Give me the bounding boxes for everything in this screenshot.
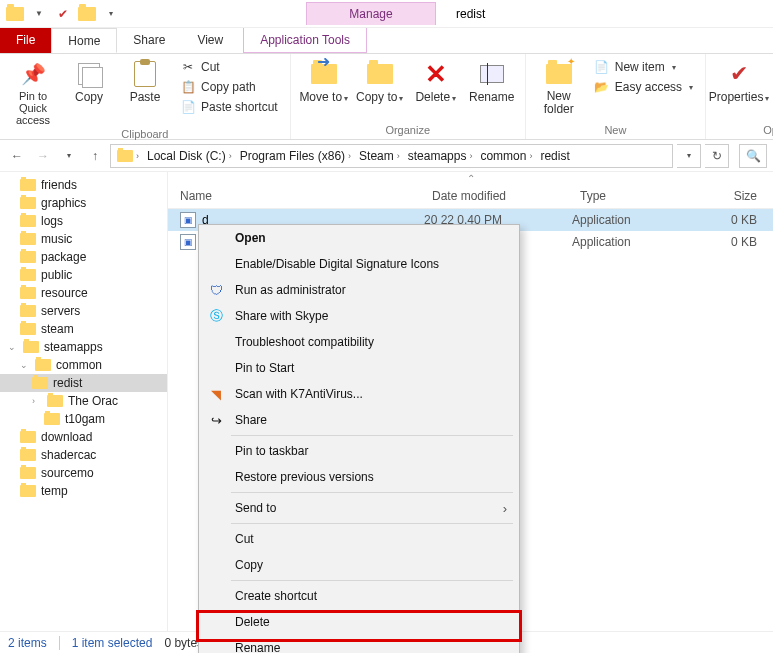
- exe-icon: ▣: [180, 234, 196, 250]
- tree-item[interactable]: resource: [0, 284, 167, 302]
- new-item-button[interactable]: 📄New item▾: [590, 58, 697, 76]
- tree-item[interactable]: download: [0, 428, 167, 446]
- crumb-3[interactable]: steamapps›: [404, 149, 477, 163]
- ctx-cut[interactable]: Cut: [199, 526, 519, 552]
- ctx-rename[interactable]: Rename: [199, 635, 519, 653]
- crumb-4[interactable]: common›: [476, 149, 536, 163]
- rename-button[interactable]: Rename: [467, 56, 517, 104]
- tree-item-selected[interactable]: redist: [0, 374, 167, 392]
- qat-properties-icon[interactable]: ✔: [52, 3, 74, 25]
- tree-item[interactable]: music: [0, 230, 167, 248]
- ctx-copy[interactable]: Copy: [199, 552, 519, 578]
- move-to-button[interactable]: ➜Move to▾: [299, 56, 349, 104]
- ctx-send-to[interactable]: Send to›: [199, 495, 519, 521]
- ctx-delete[interactable]: Delete: [199, 609, 519, 635]
- tree-item[interactable]: ⌄common: [0, 356, 167, 374]
- tree-item[interactable]: temp: [0, 482, 167, 500]
- tree-item[interactable]: ⌄steamapps: [0, 338, 167, 356]
- group-label-new: New: [534, 122, 697, 139]
- qat-folder-icon[interactable]: [4, 3, 26, 25]
- col-type[interactable]: Type: [572, 184, 700, 208]
- column-headers[interactable]: Name Date modified Type Size: [168, 184, 773, 209]
- refresh-button[interactable]: ↻: [705, 144, 729, 168]
- tree-item[interactable]: logs: [0, 212, 167, 230]
- qat-folder2-icon[interactable]: [76, 3, 98, 25]
- search-box[interactable]: 🔍: [739, 144, 767, 168]
- tree-item[interactable]: sourcemo: [0, 464, 167, 482]
- address-dropdown[interactable]: ▾: [677, 144, 701, 168]
- pin-icon: 📌: [21, 62, 46, 86]
- col-name[interactable]: Name: [168, 184, 424, 208]
- tree-item[interactable]: t10gam: [0, 410, 167, 428]
- col-size[interactable]: Size: [700, 184, 773, 208]
- pin-to-quick-access-button[interactable]: 📌 Pin to Quick access: [8, 56, 58, 126]
- copy-path-icon: 📋: [180, 79, 196, 95]
- ctx-pin-taskbar[interactable]: Pin to taskbar: [199, 438, 519, 464]
- col-date[interactable]: Date modified: [424, 184, 572, 208]
- ctx-open[interactable]: Open: [199, 225, 519, 251]
- copy-icon: [78, 63, 100, 85]
- ctx-run-as-admin[interactable]: 🛡Run as administrator: [199, 277, 519, 303]
- copy-to-button[interactable]: Copy to▾: [355, 56, 405, 104]
- tree-item[interactable]: steam: [0, 320, 167, 338]
- forward-button[interactable]: →: [32, 145, 54, 167]
- properties-button[interactable]: ✔Properties▾: [714, 56, 764, 104]
- shield-icon: 🛡: [207, 281, 225, 299]
- k7-icon: ◥: [207, 385, 225, 403]
- qat-dropdown[interactable]: ▼: [28, 3, 50, 25]
- delete-button[interactable]: ✕Delete▾: [411, 56, 461, 104]
- cut-button[interactable]: ✂Cut: [176, 58, 282, 76]
- ctx-k7-scan[interactable]: ◥Scan with K7AntiVirus...: [199, 381, 519, 407]
- ctx-share[interactable]: ↪Share: [199, 407, 519, 433]
- nav-tree[interactable]: friends graphics logs music package publ…: [0, 172, 168, 631]
- crumb-0[interactable]: Local Disk (C:)›: [143, 149, 236, 163]
- tree-item[interactable]: package: [0, 248, 167, 266]
- share-icon: ↪: [207, 411, 225, 429]
- back-button[interactable]: ←: [6, 145, 28, 167]
- easy-access-button[interactable]: 📂Easy access▾: [590, 78, 697, 96]
- ribbon-tabs: File Home Share View Application Tools: [0, 28, 773, 54]
- copy-button[interactable]: Copy: [64, 56, 114, 104]
- recent-locations-button[interactable]: ▾: [58, 145, 80, 167]
- ribbon: 📌 Pin to Quick access Copy Paste ✂Cut 📋C…: [0, 54, 773, 140]
- properties-icon: ✔: [730, 61, 748, 87]
- group-label-organize: Organize: [299, 122, 517, 139]
- paste-button[interactable]: Paste: [120, 56, 170, 104]
- easy-access-icon: 📂: [594, 79, 610, 95]
- paste-shortcut-button[interactable]: 📄Paste shortcut: [176, 98, 282, 116]
- up-button[interactable]: ↑: [84, 145, 106, 167]
- tree-item[interactable]: public: [0, 266, 167, 284]
- tree-item[interactable]: servers: [0, 302, 167, 320]
- crumb-2[interactable]: Steam›: [355, 149, 404, 163]
- address-bar: ← → ▾ ↑ › Local Disk (C:)› Program Files…: [0, 140, 773, 172]
- new-folder-button[interactable]: ✦New folder: [534, 56, 584, 116]
- tree-item[interactable]: graphics: [0, 194, 167, 212]
- ctx-share-skype[interactable]: ⓈShare with Skype: [199, 303, 519, 329]
- group-label-open: Open: [714, 122, 773, 139]
- tab-view[interactable]: View: [181, 28, 239, 53]
- tree-item[interactable]: friends: [0, 176, 167, 194]
- ctx-troubleshoot[interactable]: Troubleshoot compatibility: [199, 329, 519, 355]
- tab-home[interactable]: Home: [51, 28, 117, 53]
- ctx-restore-versions[interactable]: Restore previous versions: [199, 464, 519, 490]
- copy-path-button[interactable]: 📋Copy path: [176, 78, 282, 96]
- title-bar: ▼ ✔ ▾ Manage redist: [0, 0, 773, 28]
- context-menu: Open Enable/Disable Digital Signature Ic…: [198, 224, 520, 653]
- contextual-tab-manage[interactable]: Manage: [306, 2, 436, 25]
- ctx-create-shortcut[interactable]: Create shortcut: [199, 583, 519, 609]
- tree-item[interactable]: ›The Orac: [0, 392, 167, 410]
- ctx-pin-start[interactable]: Pin to Start: [199, 355, 519, 381]
- qat-overflow[interactable]: ▾: [100, 3, 122, 25]
- tab-file[interactable]: File: [0, 28, 51, 53]
- crumb-5[interactable]: redist: [536, 149, 573, 163]
- tree-item[interactable]: shadercac: [0, 446, 167, 464]
- paste-icon: [134, 61, 156, 87]
- tab-application-tools[interactable]: Application Tools: [243, 28, 367, 53]
- breadcrumb[interactable]: › Local Disk (C:)› Program Files (x86)› …: [110, 144, 673, 168]
- scissors-icon: ✂: [180, 59, 196, 75]
- delete-icon: ✕: [425, 59, 447, 90]
- crumb-1[interactable]: Program Files (x86)›: [236, 149, 355, 163]
- ctx-signature-icons[interactable]: Enable/Disable Digital Signature Icons: [199, 251, 519, 277]
- group-new: ✦New folder 📄New item▾ 📂Easy access▾ New: [526, 54, 706, 139]
- tab-share[interactable]: Share: [117, 28, 181, 53]
